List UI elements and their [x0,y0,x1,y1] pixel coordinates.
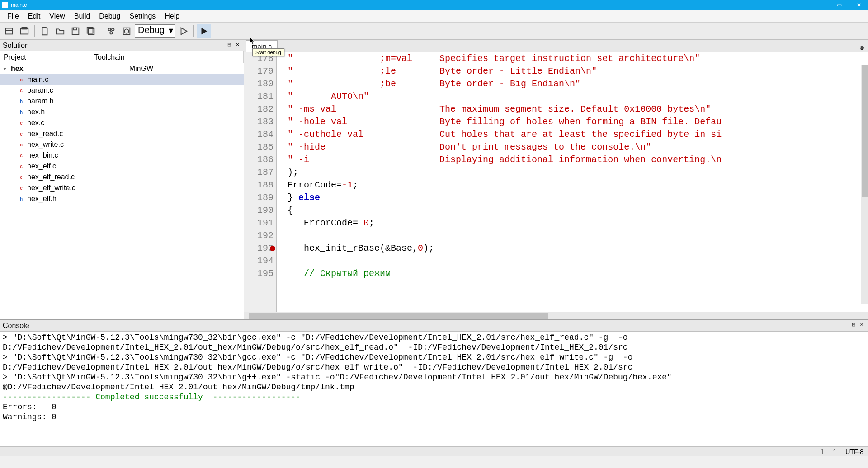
save-button[interactable] [68,24,83,38]
status-encoding: UTF-8 [845,448,863,455]
minimize-button[interactable]: — [812,2,826,8]
code-line[interactable]: " -hole val Byte filling of holes when f… [277,116,868,128]
file-hex-c[interactable]: chex.c [0,117,244,128]
console-output[interactable]: > "D:\Soft\Qt\MinGW-5.12.3\Tools\mingw73… [0,332,868,446]
line-number[interactable]: 185 [244,141,274,154]
run-button[interactable] [176,24,191,38]
toolbar-separator [101,25,101,37]
file-hex_elf_read-c[interactable]: chex_elf_read.c [0,172,244,183]
line-number[interactable]: 183 [244,116,274,128]
expand-icon[interactable]: ▾ [4,66,9,71]
solution-columns: Project Toolchain [0,51,244,63]
file-param-c[interactable]: cparam.c [0,85,244,96]
code-line[interactable]: " -ms val The maximum segment size. Defa… [277,103,868,116]
menu-build[interactable]: Build [70,10,95,22]
code-line[interactable]: " ;m=val Specifies target instruction se… [277,52,868,65]
maximize-button[interactable]: ▭ [832,2,846,8]
code-line[interactable] [277,255,868,267]
c-file-icon: c [18,131,24,137]
console-pin-button[interactable]: ⊟ [850,322,857,329]
line-number[interactable]: 180 [244,78,274,90]
editor-tab-close[interactable]: ⊗ [857,43,866,52]
project-root[interactable]: ▾ hex MinGW [0,63,244,74]
build-config-select[interactable]: Debug [135,24,175,38]
line-number[interactable]: 193 [244,242,274,255]
line-number[interactable]: 186 [244,154,274,166]
column-toolchain[interactable]: Toolchain [90,51,244,63]
start-debug-button[interactable] [197,24,211,38]
rebuild-button[interactable] [119,24,134,38]
code-line[interactable]: " -hide Don't print messages to the cons… [277,141,868,154]
code-line[interactable]: " -i Displaying additional information w… [277,154,868,166]
file-hex_bin-c[interactable]: chex_bin.c [0,150,244,161]
code-line[interactable]: " ;le Byte order - Little Endian\n" [277,65,868,78]
file-hex_elf-h[interactable]: hhex_elf.h [0,193,244,204]
file-name: hex.h [27,108,45,116]
line-number[interactable]: 184 [244,128,274,141]
file-hex_write-c[interactable]: chex_write.c [0,139,244,150]
line-number[interactable]: 189 [244,192,274,204]
line-number[interactable]: 188 [244,179,274,192]
file-hex_read-c[interactable]: chex_read.c [0,128,244,139]
editor-hscroll[interactable] [244,312,868,319]
line-number[interactable]: 187 [244,166,274,179]
h-file-icon: h [18,109,24,115]
file-hex_elf-c[interactable]: chex_elf.c [0,161,244,172]
code-line[interactable]: " ;be Byte order - Big Endian\n" [277,78,868,90]
file-hex-h[interactable]: hhex.h [0,107,244,117]
code-line[interactable]: ); [277,166,868,179]
titlebar: main.c — ▭ ✕ [0,0,868,10]
panel-pin-button[interactable]: ⊟ [226,42,233,49]
code-view[interactable]: 1781791801811821831841851861871881891901… [244,52,868,312]
menu-view[interactable]: View [45,10,69,22]
build-button[interactable] [104,24,118,38]
file-main-c[interactable]: cmain.c [0,74,244,85]
code-line[interactable]: " AUTO\n" [277,90,868,103]
new-file-button[interactable] [38,24,52,38]
menu-debug[interactable]: Debug [94,10,125,22]
file-list: cmain.ccparam.chparam.hhhex.hchex.cchex_… [0,74,244,204]
line-number[interactable]: 191 [244,217,274,229]
toolchain-name: MinGW [129,65,153,73]
breakpoint-icon[interactable] [270,246,275,251]
panel-close-button[interactable]: ✕ [234,42,241,49]
line-number[interactable]: 181 [244,90,274,103]
line-number[interactable]: 182 [244,103,274,116]
c-file-icon: c [18,174,24,180]
save-all-button[interactable] [84,24,98,38]
line-number[interactable]: 179 [244,65,274,78]
window-title: main.c [11,2,27,8]
code-lines[interactable]: " ;m=val Specifies target instruction se… [277,52,868,312]
code-line[interactable]: ErrorCode= 0; [277,217,868,229]
code-line[interactable]: // Скрытый режим [277,267,868,280]
file-name: hex_elf.h [27,195,57,203]
close-button[interactable]: ✕ [852,2,866,8]
menu-file[interactable]: File [3,10,24,22]
file-hex_elf_write-c[interactable]: chex_elf_write.c [0,183,244,193]
code-line[interactable]: " -cuthole val Cut holes that are at lea… [277,128,868,141]
line-gutter[interactable]: 1781791801811821831841851861871881891901… [244,52,277,312]
menu-help[interactable]: Help [160,10,184,22]
line-number[interactable]: 192 [244,229,274,242]
new-project-button[interactable] [2,24,16,38]
file-param-h[interactable]: hparam.h [0,96,244,107]
line-number[interactable]: 195 [244,267,274,280]
line-number[interactable]: 190 [244,204,274,217]
column-project[interactable]: Project [0,51,90,63]
code-line[interactable] [277,229,868,242]
console-close-button[interactable]: ✕ [858,322,865,329]
editor-vscroll[interactable] [861,65,868,304]
svg-point-8 [108,28,111,31]
svg-marker-13 [181,28,187,34]
code-line[interactable]: ErrorCode=-1; [277,179,868,192]
open-file-button[interactable] [53,24,67,38]
line-number[interactable]: 194 [244,255,274,267]
open-project-button[interactable] [17,24,32,38]
tooltip-start-debug: Start debug [252,48,284,56]
app-icon [2,2,8,8]
code-line[interactable]: hex_init_rBase(&Base,0); [277,242,868,255]
code-line[interactable]: } else [277,192,868,204]
menu-edit[interactable]: Edit [24,10,45,22]
code-line[interactable]: { [277,204,868,217]
menu-settings[interactable]: Settings [125,10,160,22]
